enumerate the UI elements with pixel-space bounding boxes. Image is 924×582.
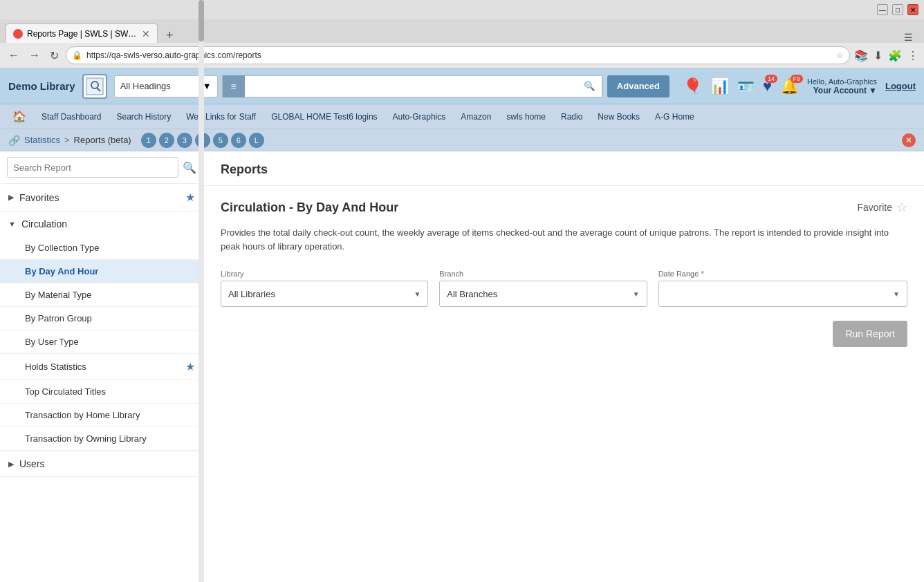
forward-button[interactable]: → (26, 48, 43, 63)
page-num-l[interactable]: L (249, 133, 264, 148)
transaction-owning-library-label: Transaction by Owning Library (25, 433, 147, 444)
minimize-button[interactable]: — (877, 4, 888, 15)
branch-filter-select[interactable]: All Branches ▼ (439, 281, 647, 307)
page-num-3[interactable]: 3 (177, 133, 192, 148)
library-filter-select[interactable]: All Libraries ▼ (221, 281, 428, 307)
favorites-header[interactable]: ▶ Favorites ★ (0, 184, 203, 211)
breadcrumb-close[interactable]: ✕ (902, 133, 916, 147)
branch-filter-value: All Branches (447, 289, 628, 299)
browser-tab[interactable]: Reports Page | SWLS | SWLS | A... ✕ (6, 24, 158, 43)
favorites-chevron-icon: ▶ (8, 193, 14, 202)
sidebar-item-transaction-owning-library[interactable]: Transaction by Owning Library (0, 427, 203, 451)
nav-search-history[interactable]: Search History (110, 108, 178, 126)
bookmark-manager-icon[interactable]: 📚 (854, 49, 868, 62)
favorites-star-icon[interactable]: ★ (185, 191, 195, 204)
breadcrumb-sep: > (64, 135, 70, 145)
by-material-type-label: By Material Type (25, 290, 92, 300)
users-header[interactable]: ▶ Users (0, 451, 203, 476)
breadcrumb-bar: 🔗 Statistics > Reports (beta) 1 2 3 4 5 … (0, 129, 924, 151)
logout-button[interactable]: Logout (885, 81, 916, 91)
nav-new-books[interactable]: New Books (591, 108, 647, 126)
date-range-filter-select[interactable]: ▼ (658, 281, 907, 307)
maximize-button[interactable]: □ (892, 4, 903, 15)
branch-filter-label: Branch (439, 270, 647, 278)
main-search-input[interactable] (245, 76, 578, 97)
catalog-icon[interactable]: 📊 (710, 77, 729, 95)
page-num-6[interactable]: 6 (231, 133, 246, 148)
library-card-icon[interactable]: 🪪 (737, 78, 755, 95)
sidebar-section-favorites: ▶ Favorites ★ (0, 184, 203, 212)
account-dropdown[interactable]: Your Account ▼ (813, 86, 877, 95)
search-logo-icon (82, 74, 107, 99)
bell-notification: 🔔 F9 (780, 77, 799, 95)
refresh-button[interactable]: ↻ (47, 48, 62, 64)
breadcrumb-current: Reports (beta) (74, 135, 131, 145)
run-report-button[interactable]: Run Report (833, 321, 907, 347)
nav-auto-graphics[interactable]: Auto-Graphics (386, 108, 453, 126)
nav-menu: 🏠 Staff Dashboard Search History Web Lin… (0, 104, 924, 129)
sidebar-item-by-day-and-hour[interactable]: By Day And Hour (0, 260, 203, 283)
nav-radio[interactable]: Radio (554, 108, 589, 126)
nav-home[interactable]: 🏠 (6, 106, 33, 127)
library-dropdown-arrow-icon: ▼ (414, 290, 421, 298)
browser-menu-dots[interactable]: ⋮ (907, 49, 918, 62)
sidebar-search-input[interactable] (7, 157, 178, 178)
new-tab-button[interactable]: + (160, 28, 179, 43)
app-header: Demo Library All Headings ▼ ≡ 🔍 Advanced… (0, 68, 924, 104)
circulation-header[interactable]: ▼ Circulation (0, 212, 203, 236)
advanced-button[interactable]: Advanced (607, 75, 669, 97)
breadcrumb-statistics[interactable]: Statistics (24, 135, 60, 145)
download-icon[interactable]: ⬇ (874, 49, 883, 62)
page-num-5[interactable]: 5 (213, 133, 228, 148)
stacks-icon[interactable]: ≡ (223, 75, 245, 97)
search-bar-container: All Headings ▼ ≡ 🔍 Advanced (114, 75, 669, 97)
nav-ag-home[interactable]: A-G Home (648, 108, 701, 126)
favorite-area: Favorite ☆ (857, 200, 907, 215)
report-description: Provides the total daily check-out count… (221, 226, 907, 253)
page-num-1[interactable]: 1 (141, 133, 156, 148)
sidebar-item-holds-statistics[interactable]: Holds Statistics ★ (0, 354, 203, 380)
sidebar-item-by-material-type[interactable]: By Material Type (0, 283, 203, 307)
main-content: Reports Circulation - By Day And Hour Fa… (204, 151, 924, 582)
sidebar-item-by-collection-type[interactable]: By Collection Type (0, 236, 203, 260)
search-magnifier-icon: 🔍 (584, 81, 595, 91)
circulation-chevron-icon: ▼ (8, 220, 16, 228)
branch-dropdown-arrow-icon: ▼ (633, 290, 640, 298)
nav-global-home[interactable]: GLOBAL HOME Test6 logins (264, 108, 384, 126)
by-collection-type-label: By Collection Type (25, 243, 99, 253)
holds-statistics-star-icon[interactable]: ★ (185, 360, 195, 373)
main-search-button[interactable]: 🔍 (578, 75, 602, 97)
sidebar-search-button[interactable]: 🔍 (183, 161, 196, 174)
balloon-icon[interactable]: 🎈 (683, 77, 702, 95)
sidebar-item-transaction-home-library[interactable]: Transaction by Home Library (0, 404, 203, 427)
nav-swls-home[interactable]: swls home (499, 108, 553, 126)
circulation-items: By Collection Type By Day And Hour By Ma… (0, 236, 203, 451)
run-report-row: Run Report (221, 321, 907, 347)
url-star-icon[interactable]: ☆ (836, 50, 844, 60)
nav-staff-dashboard[interactable]: Staff Dashboard (35, 108, 109, 126)
sidebar-item-by-user-type[interactable]: By User Type (0, 330, 203, 354)
tab-close-button[interactable]: ✕ (142, 28, 150, 39)
nav-amazon[interactable]: Amazon (454, 108, 498, 126)
browser-menu-icon[interactable]: ☰ (904, 32, 913, 43)
sidebar-search-icon: 🔍 (183, 162, 196, 173)
browser-right-icons: 📚 ⬇ 🧩 ⋮ (854, 49, 918, 62)
link-icon: 🔗 (8, 135, 20, 146)
page-num-2[interactable]: 2 (159, 133, 174, 148)
sidebar-item-by-patron-group[interactable]: By Patron Group (0, 307, 203, 330)
filter-row: Library All Libraries ▼ Branch All Branc… (221, 270, 907, 307)
sidebar-item-top-circulated-titles[interactable]: Top Circulated Titles (0, 380, 203, 404)
extensions-icon[interactable]: 🧩 (888, 49, 902, 62)
circulation-label: Circulation (21, 218, 195, 229)
main-layout: 🔍 ▶ Favorites ★ ▼ Circulation By Collect… (0, 151, 924, 582)
by-day-and-hour-label: By Day And Hour (25, 266, 98, 276)
account-label: Your Account (813, 86, 867, 95)
url-container[interactable]: 🔒 https://qa-swls-verso.auto-graphics.co… (66, 46, 850, 64)
back-button[interactable]: ← (6, 48, 22, 63)
sidebar-section-circulation: ▼ Circulation By Collection Type By Day … (0, 212, 203, 451)
date-range-dropdown-arrow-icon: ▼ (893, 290, 900, 298)
user-greeting: Hello, Auto-Graphics (807, 77, 877, 86)
close-button[interactable]: ✕ (907, 4, 918, 15)
nav-web-links[interactable]: Web Links for Staff (179, 108, 263, 126)
favorite-star-icon[interactable]: ☆ (896, 200, 907, 215)
